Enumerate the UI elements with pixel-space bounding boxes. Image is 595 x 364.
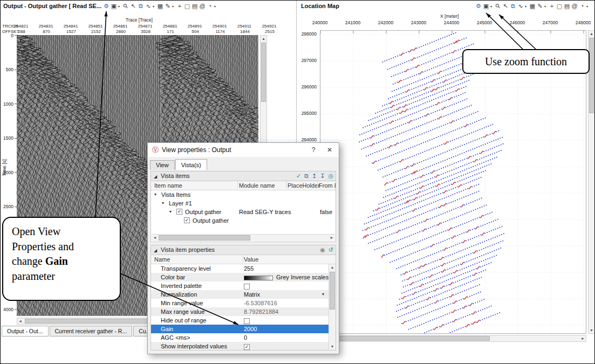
scroll-thumb[interactable] bbox=[328, 336, 490, 341]
fit-view-icon[interactable]: ▣ bbox=[483, 2, 489, 10]
property-row-min-range-value[interactable]: Min range value-6.53087616 bbox=[151, 299, 329, 307]
auto-apply-icon[interactable]: ◉ bbox=[320, 245, 325, 255]
dialog-titlebar[interactable]: Ⓥ View properties : Output ? ✕ bbox=[148, 143, 339, 157]
scroll-down-icon[interactable]: ▼ bbox=[329, 344, 336, 350]
layers-icon[interactable]: ⧉ bbox=[138, 2, 144, 10]
dialog-tab-vistas[interactable]: Vista(s) bbox=[175, 159, 207, 170]
select-cursor-icon[interactable]: ↖ bbox=[130, 2, 136, 10]
vista-item-properties-header-label: Vista item properties bbox=[161, 246, 215, 253]
properties-vscrollbar[interactable]: ▲ ▼ bbox=[329, 264, 336, 350]
wiggle-display-icon[interactable]: ∿ bbox=[145, 2, 152, 10]
expander-icon[interactable]: ▾ bbox=[162, 199, 164, 208]
property-checkbox[interactable] bbox=[244, 284, 250, 290]
fit-view-icon[interactable]: ▣ bbox=[111, 2, 117, 10]
wiggle-display-icon-caret[interactable]: ▾ bbox=[153, 4, 156, 8]
zoom-icon[interactable]: ⚲ bbox=[493, 1, 503, 11]
vista-tree-row[interactable]: ▾Layer #1 bbox=[151, 199, 336, 208]
grid-display-icon[interactable]: ▦ bbox=[157, 2, 163, 10]
scroll-left-icon[interactable]: ◄ bbox=[17, 318, 23, 324]
view-properties-gear-icon[interactable]: ⚙ bbox=[475, 2, 482, 10]
move-down-icon[interactable]: ↧ bbox=[320, 171, 325, 181]
property-row-agc-ms[interactable]: AGC <ms>0 bbox=[151, 333, 329, 342]
property-checkbox[interactable] bbox=[244, 318, 250, 324]
copy-icon[interactable]: ⧉ bbox=[304, 171, 309, 181]
property-row-inverted-palette[interactable]: Inverted palette bbox=[151, 281, 329, 290]
scroll-thumb[interactable] bbox=[330, 272, 335, 310]
location-map-plot[interactable] bbox=[320, 30, 586, 334]
property-value: -6.53087616 bbox=[244, 300, 277, 306]
compass-icon[interactable]: ◔ bbox=[579, 2, 585, 10]
scroll-right-icon[interactable]: ► bbox=[329, 235, 335, 241]
property-row-hide-out-of-range[interactable]: Hide out of range bbox=[151, 316, 329, 325]
item-checkbox[interactable]: ✓ bbox=[176, 209, 182, 215]
scroll-up-icon[interactable]: ▲ bbox=[329, 264, 336, 271]
time-tick-label: 0 bbox=[1, 33, 13, 38]
dialog-tab-view[interactable]: View bbox=[150, 160, 175, 170]
move-up-icon[interactable]: ↥ bbox=[312, 171, 317, 181]
dialog-help-button[interactable]: ? bbox=[306, 145, 320, 155]
wiggle-display-icon[interactable]: ∿ bbox=[517, 2, 524, 10]
save-view-icon[interactable]: ▤ bbox=[192, 2, 198, 10]
wiggle-display-icon-caret[interactable]: ▾ bbox=[525, 4, 528, 8]
expander-icon[interactable]: ▾ bbox=[169, 208, 172, 216]
property-row-normalization[interactable]: NormalizationMatrix▾ bbox=[151, 290, 329, 299]
pick-tool-icon-caret[interactable]: ▾ bbox=[544, 4, 548, 8]
view-properties-gear-icon[interactable]: ⚙ bbox=[103, 2, 110, 10]
crosshair-icon[interactable]: + bbox=[176, 2, 183, 10]
map-y-tick-label: 296000 bbox=[294, 84, 317, 90]
scroll-thumb[interactable] bbox=[159, 235, 250, 241]
vista-items-hscrollbar[interactable]: ◄ ► bbox=[152, 234, 335, 241]
comment-icon[interactable]: ▢ bbox=[556, 2, 563, 10]
property-row-show-interpolated-values[interactable]: Show interpolated values✓ bbox=[151, 342, 329, 351]
dropdown-caret-icon[interactable]: ▾ bbox=[322, 290, 324, 299]
annotation-icon[interactable]: @ bbox=[571, 2, 578, 10]
property-row-max-range-value[interactable]: Max range value8.792821884 bbox=[151, 307, 329, 316]
scroll-right-icon[interactable]: ► bbox=[580, 335, 586, 341]
scroll-thumb[interactable] bbox=[261, 43, 266, 102]
application-window: Output - Output gather [ Read SE... ⚙▣▾⚲… bbox=[0, 0, 595, 364]
map-x-tick-label: 248000 bbox=[576, 20, 591, 25]
property-row-gain[interactable]: Gain2000 bbox=[151, 325, 329, 333]
scroll-left-icon[interactable]: ◄ bbox=[152, 235, 158, 241]
dialog-close-button[interactable]: ✕ bbox=[323, 145, 337, 155]
select-cursor-icon[interactable]: ↖ bbox=[502, 2, 509, 10]
property-checkbox[interactable]: ✓ bbox=[244, 344, 250, 350]
comment-icon[interactable]: ▢ bbox=[184, 2, 190, 10]
compass-icon-caret[interactable]: ▾ bbox=[214, 4, 217, 8]
vista-tree-row[interactable]: ▾✓Output gatherRead SEG-Y tracesfalse bbox=[151, 208, 336, 216]
annotation-icon[interactable]: @ bbox=[199, 2, 206, 10]
item-checkbox[interactable]: ✓ bbox=[184, 217, 190, 223]
scroll-up-icon[interactable]: ▲ bbox=[261, 36, 266, 42]
vista-tree-row[interactable]: ✓Output gather bbox=[151, 216, 336, 225]
pick-tool-icon[interactable]: ✎ bbox=[165, 2, 171, 10]
properties-rows: Transparency level255Color barGrey Inver… bbox=[151, 264, 329, 350]
property-row-transparency-level[interactable]: Transparency level255 bbox=[151, 264, 329, 273]
vista-tree-row[interactable]: ▾Vista Items bbox=[151, 190, 336, 199]
map-toolbar: ⚙▣▾⚲↖⧉∿▾▦✎▾+▢▤@◔▾ bbox=[475, 2, 590, 10]
scroll-thumb[interactable] bbox=[589, 38, 594, 113]
scroll-down-icon[interactable]: ▼ bbox=[589, 327, 594, 333]
reset-icon[interactable]: ↺ bbox=[329, 245, 333, 255]
pick-tool-icon[interactable]: ✎ bbox=[537, 2, 543, 10]
zoom-icon[interactable]: ⚲ bbox=[120, 1, 131, 11]
section-collapse-icon[interactable]: ◢ bbox=[154, 172, 157, 181]
compass-icon[interactable]: ◔ bbox=[207, 2, 213, 10]
pick-tool-icon-caret[interactable]: ▾ bbox=[172, 4, 175, 8]
compass-icon-caret[interactable]: ▾ bbox=[586, 4, 590, 8]
expander-icon[interactable]: ▾ bbox=[154, 190, 156, 199]
scroll-up-icon[interactable]: ▲ bbox=[589, 31, 594, 37]
section-collapse-icon[interactable]: ◢ bbox=[154, 246, 157, 255]
save-view-icon[interactable]: ▤ bbox=[564, 2, 570, 10]
layers-icon[interactable]: ⧉ bbox=[510, 2, 516, 10]
property-value: Matrix bbox=[244, 291, 260, 298]
crosshair-icon[interactable]: + bbox=[549, 2, 555, 10]
view-tab[interactable]: Output - Out... bbox=[2, 326, 49, 336]
view-tab[interactable]: Current receiver gather - R... bbox=[50, 326, 133, 336]
property-row-color-bar[interactable]: Color barGrey Inverse scales bbox=[151, 273, 329, 281]
map-vertical-scrollbar[interactable]: ▲ ▼ bbox=[588, 30, 595, 334]
map-horizontal-scrollbar[interactable]: ◄ ► bbox=[320, 335, 586, 342]
trcidx-value: 254901 bbox=[213, 24, 227, 29]
apply-check-icon[interactable]: ✓ bbox=[296, 171, 301, 181]
grid-display-icon[interactable]: ▦ bbox=[529, 2, 536, 10]
link-icon[interactable]: ◎ bbox=[328, 171, 333, 181]
